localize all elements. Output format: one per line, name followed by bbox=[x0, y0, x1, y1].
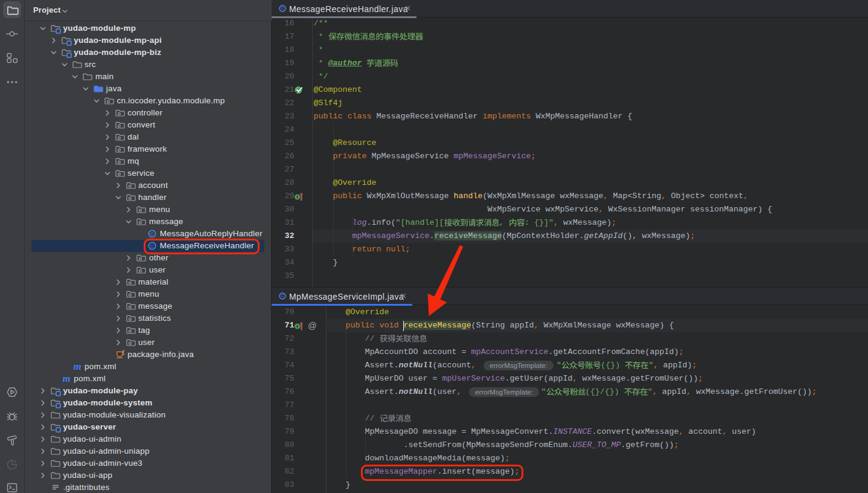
svg-text:C: C bbox=[281, 6, 284, 10]
svg-text:m: m bbox=[73, 361, 81, 372]
svg-text:C: C bbox=[281, 294, 284, 298]
svg-text:C: C bbox=[150, 231, 154, 237]
svg-text:m: m bbox=[62, 373, 70, 384]
